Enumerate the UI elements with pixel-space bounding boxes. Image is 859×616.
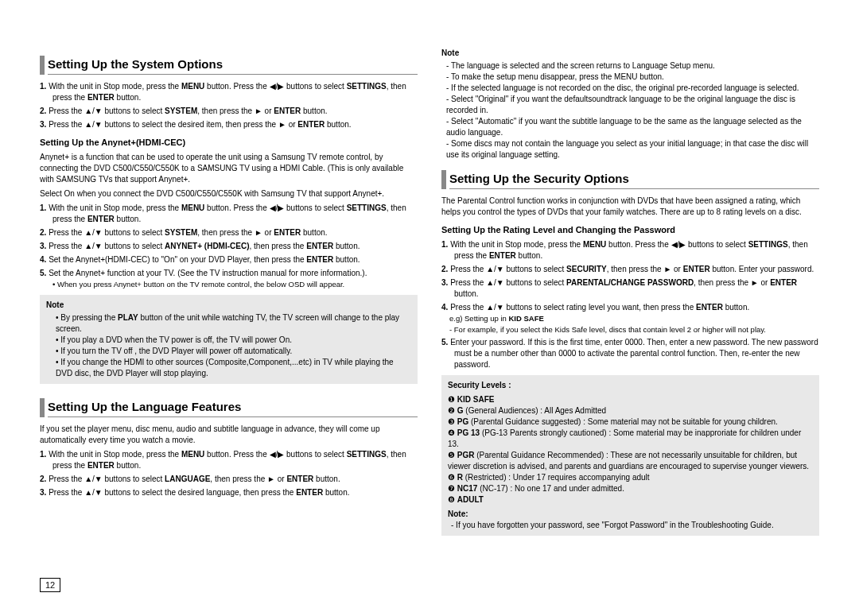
section-title-system: Setting Up the System Options (40, 56, 418, 75)
title-text: Setting Up the Security Options (449, 170, 819, 189)
level-item: ❺ PGR (Parental Guidance Recommended) : … (448, 450, 813, 472)
step-item: 5. Set the Anynet+ function at your TV. … (40, 268, 418, 289)
step-extra: • When you press Anynet+ button on the T… (65, 279, 418, 289)
page-number: 12 (40, 578, 60, 592)
note-item: If you change the HDMI to other sources … (56, 357, 411, 379)
note-item: If you play a DVD when the TV power is o… (56, 335, 411, 346)
step-item: 2. Press the ▲/▼ buttons to select SYSTE… (40, 227, 418, 238)
note-label: Note: (448, 509, 813, 520)
step-item: 1. With the unit in Stop mode, press the… (40, 449, 418, 471)
language-intro: If you set the player menu, disc menu, a… (40, 424, 418, 446)
step-item: 3. Press the ▲/▼ buttons to select the d… (40, 119, 418, 130)
level-item: ❽ ADULT (448, 494, 813, 506)
note-item: The language is selected and the screen … (446, 60, 819, 72)
step-item: 3. Press the ▲/▼ buttons to select PAREN… (441, 277, 819, 300)
step-item: 3. Press the ▲/▼ buttons to select the d… (40, 487, 418, 498)
two-column-layout: Setting Up the System Options 1. With th… (40, 48, 819, 570)
level-item: ❼ NC17 (NC-17) : No one 17 and under adm… (448, 483, 813, 494)
step-item: 4. Set the Anynet+(HDMI-CEC) to "On" on … (40, 254, 418, 265)
note-box-system: Note By pressing the PLAY button of the … (40, 295, 418, 384)
title-text: Setting Up the System Options (48, 56, 418, 75)
level-item: ❷ G (General Audiences) : All Ages Admit… (448, 405, 813, 416)
note-list: The language is selected and the screen … (441, 60, 819, 161)
level-item: ❸ PG (Parental Guidance suggested) : Som… (448, 416, 813, 428)
note-text: If you have forgotten your password, see… (451, 520, 813, 531)
note-item: Select "Automatic" if you want the subti… (446, 116, 819, 138)
step-item: 2. Press the ▲/▼ buttons to select LANGU… (40, 474, 418, 485)
note-item: To make the setup menu disappear, press … (446, 72, 819, 83)
subtitle-anynet: Setting Up the Anynet+(HDMI-CEC) (40, 137, 418, 149)
step4-extra2: For example, if you select the Kids Safe… (462, 324, 819, 335)
document-page: Setting Up the System Options 1. With th… (0, 0, 859, 616)
note-item: Some discs may not contain the language … (446, 138, 819, 161)
right-column: Note The language is selected and the sc… (441, 48, 819, 570)
anynet-steps: 1. With the unit in Stop mode, press the… (40, 203, 418, 289)
step-item: 1. With the unit in Stop mode, press the… (40, 81, 418, 103)
step-item: 2. Press the ▲/▼ buttons to select SYSTE… (40, 106, 418, 117)
note-label: Note (46, 300, 411, 311)
security-intro: The Parental Control function works in c… (441, 196, 819, 218)
level-item: ❻ R (Restricted) : Under 17 requires acc… (448, 472, 813, 483)
page-footer: 12 (40, 570, 819, 592)
anynet-desc2: Select On when you connect the DVD C500/… (40, 188, 418, 200)
section-title-language: Setting Up the Language Features (40, 398, 418, 417)
note-item: If you turn the TV off , the DVD Player … (56, 346, 411, 357)
title-text: Setting Up the Language Features (48, 398, 418, 417)
note-list: By pressing the PLAY button of the unit … (46, 312, 411, 379)
step4-extra: e.g) Setting up in KID SAFE (462, 313, 819, 323)
note-item: If the selected language is not recorded… (446, 83, 819, 94)
level-item: ❹ PG 13 (PG-13 Parents strongly cautione… (448, 428, 813, 450)
step-item: 1. With the unit in Stop mode, press the… (40, 203, 418, 225)
security-steps: 1. With the unit in Stop mode, press the… (441, 239, 819, 370)
step-item: 1. With the unit in Stop mode, press the… (441, 239, 819, 262)
step-item: 4. Press the ▲/▼ buttons to select ratin… (441, 302, 819, 335)
security-levels-box: Security Levels : ❶ KID SAFE ❷ G (Genera… (441, 375, 819, 536)
note-item: By pressing the PLAY button of the unit … (56, 312, 411, 335)
section-title-security: Setting Up the Security Options (441, 170, 819, 189)
anynet-desc: Anynet+ is a function that can be used t… (40, 152, 418, 185)
security-levels-title: Security Levels : (448, 380, 813, 391)
note-label: Note (441, 48, 819, 59)
note-language-cont: Note The language is selected and the sc… (441, 48, 819, 161)
left-column: Setting Up the System Options 1. With th… (40, 48, 418, 570)
step-item: 5. Enter your password. If this is the f… (441, 337, 819, 370)
language-steps: 1. With the unit in Stop mode, press the… (40, 449, 418, 498)
level-item: ❶ KID SAFE (448, 394, 813, 405)
security-levels-list: ❶ KID SAFE ❷ G (General Audiences) : All… (448, 394, 813, 506)
system-steps: 1. With the unit in Stop mode, press the… (40, 81, 418, 130)
step-item: 2. Press the ▲/▼ buttons to select SECUR… (441, 264, 819, 275)
note-item: Select "Original" if you want the defaul… (446, 94, 819, 116)
subtitle-rating: Setting Up the Rating Level and Changing… (441, 224, 819, 236)
step-item: 3. Press the ▲/▼ buttons to select ANYNE… (40, 241, 418, 252)
